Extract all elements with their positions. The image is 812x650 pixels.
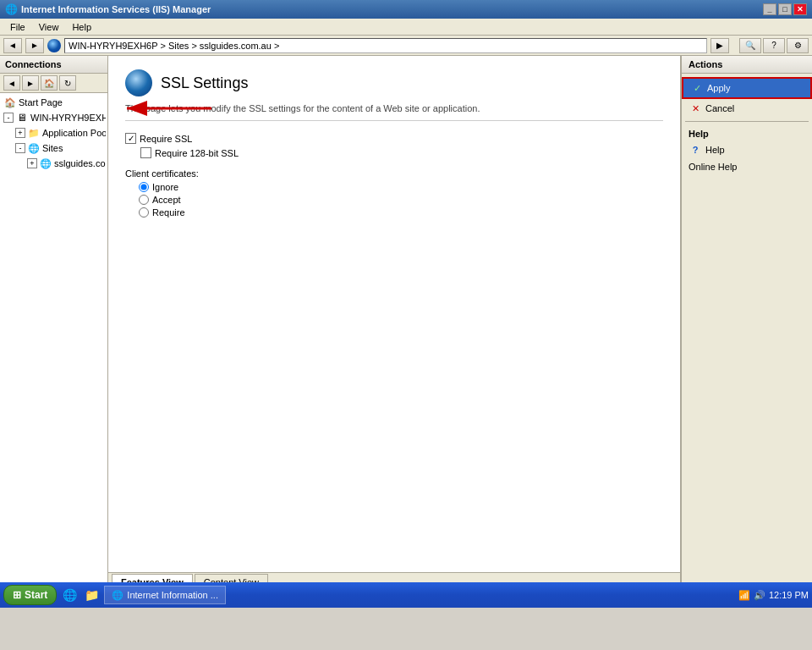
radio-accept-label: Accept [152, 195, 181, 205]
page-header: SSL Settings [125, 69, 663, 96]
taskbar-iis-button[interactable]: 🌐 Internet Information ... [104, 586, 226, 604]
tree-label-sslguides: sslguides.com.au [54, 158, 106, 168]
tree-item-sslguides[interactable]: + 🌐 sslguides.com.au [2, 156, 106, 171]
close-button[interactable]: ✕ [793, 3, 807, 15]
connections-toolbar: ◄ ► 🏠 ↻ [0, 74, 107, 93]
start-icon: ⊞ [13, 589, 21, 601]
conn-back-button[interactable]: ◄ [3, 75, 20, 91]
page-title: SSL Settings [161, 74, 248, 92]
actions-header: Actions [682, 56, 812, 74]
cancel-icon: ✕ [689, 102, 702, 115]
tree-item-server[interactable]: - 🖥 WIN-HYRYH9EXH6P (WIN-H... [2, 110, 106, 125]
server-expand[interactable]: - [3, 113, 14, 123]
help-label: Help [705, 145, 725, 155]
radio-row-accept: Accept [139, 195, 663, 205]
connections-header: Connections [0, 56, 107, 74]
address-input[interactable]: WIN-HYRYH9EXH6P > Sites > sslguides.com.… [64, 38, 707, 53]
address-path: WIN-HYRYH9EXH6P > Sites > sslguides.com.… [69, 41, 279, 51]
menu-help[interactable]: Help [65, 20, 98, 34]
page-description: This page lets you modify the SSL settin… [125, 103, 663, 121]
apply-label: Apply [707, 83, 731, 93]
conn-home-button[interactable]: 🏠 [41, 75, 58, 91]
start-label: Start [25, 589, 47, 601]
tree-label-start-page: Start Page [19, 97, 63, 107]
connections-tree: 🏠 Start Page - 🖥 WIN-HYRYH9EXH6P (WIN-H.… [0, 93, 107, 589]
radio-accept[interactable] [139, 195, 149, 205]
search-online-button[interactable]: 🔍 [739, 38, 761, 53]
actions-content: ✓ Apply ✕ Cancel Help ? Help Online Help [682, 74, 812, 178]
client-cert-section-label: Client certificates: [125, 168, 663, 179]
radio-require[interactable] [139, 207, 149, 218]
sslguides-icon: 🌐 [39, 157, 52, 170]
title-bar: 🌐 Internet Information Services (IIS) Ma… [0, 0, 812, 19]
radio-row-ignore: Ignore [139, 182, 663, 192]
address-globe-icon [47, 39, 61, 52]
actions-title: Actions [689, 59, 722, 69]
radio-ignore-label: Ignore [152, 182, 178, 192]
require-128-label: Require 128-bit SSL [155, 148, 239, 158]
title-bar-left: 🌐 Internet Information Services (IIS) Ma… [5, 3, 211, 15]
systray-audio-icon: 🔊 [754, 590, 765, 601]
forward-button[interactable]: ► [25, 38, 44, 53]
menu-file[interactable]: File [3, 20, 32, 34]
back-button[interactable]: ◄ [3, 38, 22, 53]
require-128-row: Require 128-bit SSL [140, 147, 663, 158]
sslguides-expand[interactable]: + [27, 158, 37, 168]
cancel-button[interactable]: ✕ Cancel [682, 99, 812, 118]
tree-item-sites[interactable]: - 🌐 Sites [2, 140, 106, 156]
sites-icon: 🌐 [27, 141, 41, 155]
ie-icon: 🌐 [63, 588, 77, 602]
window-title: Internet Information Services (IIS) Mana… [21, 4, 211, 14]
actions-separator-1 [685, 121, 809, 122]
app-icon: 🌐 [5, 3, 18, 15]
menu-view[interactable]: View [32, 20, 66, 34]
apppools-expand[interactable]: + [15, 128, 25, 138]
help-button[interactable]: ? Help [682, 140, 812, 159]
quick-launch-ie[interactable]: 🌐 [60, 586, 79, 604]
address-bar: ◄ ► WIN-HYRYH9EXH6P > Sites > sslguides.… [0, 36, 812, 56]
content-area: SSL Settings This page lets you modify t… [108, 56, 681, 589]
taskbar-time: 12:19 PM [769, 590, 809, 600]
tree-item-start-page[interactable]: 🏠 Start Page [2, 95, 106, 110]
taskbar-icons: 📶 🔊 12:19 PM [738, 590, 809, 601]
sites-expand[interactable]: - [15, 143, 25, 153]
radio-require-label: Require [152, 207, 185, 218]
server-icon: 🖥 [15, 111, 29, 124]
restore-button[interactable]: □ [778, 3, 792, 15]
conn-refresh-button[interactable]: ↻ [59, 75, 76, 91]
require-128-checkbox[interactable] [140, 147, 151, 158]
tree-label-apppools: Application Pools [42, 128, 106, 138]
page-content: SSL Settings This page lets you modify t… [108, 56, 680, 572]
require-ssl-checkbox[interactable]: ✓ [125, 133, 136, 144]
start-page-icon: 🏠 [3, 96, 17, 109]
online-help-button[interactable]: Online Help [682, 159, 812, 174]
require-ssl-label: Require SSL [140, 134, 192, 144]
main-layout: Connections ◄ ► 🏠 ↻ 🏠 Start Page - 🖥 WIN… [0, 56, 812, 589]
tree-label-server: WIN-HYRYH9EXH6P (WIN-H... [30, 113, 106, 123]
taskbar-iis-label: Internet Information ... [127, 590, 218, 600]
radio-row-require: Require [139, 207, 663, 218]
apppools-icon: 📁 [27, 126, 41, 140]
title-bar-controls[interactable]: _ □ ✕ [763, 3, 807, 15]
address-go-button[interactable]: ▶ [710, 38, 729, 53]
help-section-header: Help [682, 125, 812, 140]
apply-icon: ✓ [690, 81, 704, 95]
apply-button[interactable]: ✓ Apply [682, 77, 812, 99]
actions-panel: Actions ✓ Apply ✕ Cancel Help ? Help [681, 56, 812, 589]
connections-title: Connections [5, 59, 62, 69]
systray-network-icon: 📶 [738, 590, 750, 601]
require-ssl-checkmark: ✓ [128, 134, 134, 143]
ssl-settings-icon [125, 69, 152, 96]
conn-forward-button[interactable]: ► [22, 75, 39, 91]
settings-button[interactable]: ⚙ [787, 38, 809, 53]
help-icon-button[interactable]: ? [763, 38, 785, 53]
connections-panel: Connections ◄ ► 🏠 ↻ 🏠 Start Page - 🖥 WIN… [0, 56, 108, 589]
quick-launch-explorer[interactable]: 📁 [82, 586, 101, 604]
menu-bar: File View Help [0, 19, 812, 36]
start-button[interactable]: ⊞ Start [3, 585, 57, 605]
radio-ignore[interactable] [139, 182, 149, 192]
cancel-label: Cancel [705, 103, 734, 113]
tree-label-sites: Sites [42, 143, 63, 153]
minimize-button[interactable]: _ [763, 3, 776, 15]
tree-item-apppools[interactable]: + 📁 Application Pools [2, 125, 106, 140]
